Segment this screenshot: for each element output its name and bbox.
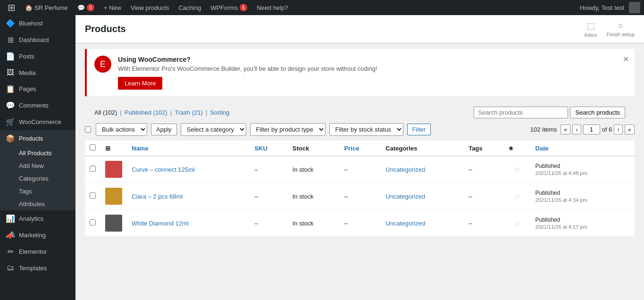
first-page-button[interactable]: «	[560, 125, 570, 134]
sidebar-sub-categories[interactable]: Categories	[0, 172, 75, 185]
caching-link[interactable]: Caching	[175, 0, 205, 15]
filter-tab-published[interactable]: Published (102)	[125, 109, 167, 116]
filter-tab-sorting[interactable]: Sorting	[210, 109, 229, 116]
th-tags: Tags	[464, 141, 503, 156]
th-name[interactable]: Name	[127, 141, 250, 156]
search-input[interactable]	[474, 107, 568, 118]
prev-page-button[interactable]: ‹	[572, 125, 581, 134]
learn-more-button[interactable]: Learn More	[118, 77, 162, 90]
pagination: « ‹ of 6 › »	[560, 125, 635, 134]
sidebar-item-dashboard[interactable]: ⊞ Dashboard	[0, 32, 75, 48]
home-icon: 🏠	[25, 4, 33, 11]
page-number-input[interactable]	[583, 125, 600, 134]
caching-label: Caching	[178, 4, 201, 11]
comments-link[interactable]: 💬 0	[74, 0, 98, 15]
table-row: Curve – connect 125ml – In stock – Uncat…	[85, 156, 635, 183]
table-row: Ciara – 2 pcs 68ml – In stock – Uncatego…	[85, 183, 635, 210]
sidebar-item-woocommerce[interactable]: 🛒 WooCommerce	[0, 114, 75, 130]
sidebar-item-label: Marketing	[19, 232, 46, 239]
need-help-link[interactable]: Need help?	[253, 0, 292, 15]
sidebar-sub-tags[interactable]: Tags	[0, 185, 75, 198]
bulk-actions-select[interactable]: Bulk actions	[96, 123, 147, 136]
product-stock: In stock	[288, 210, 340, 237]
product-categories[interactable]: Uncategorized	[381, 210, 464, 237]
sidebar-sub-add-new[interactable]: Add New	[0, 159, 75, 172]
sidebar-item-label: Elementor	[19, 248, 47, 255]
page-header: Products ⬚ Inbox ○ Finish setup	[75, 15, 644, 43]
th-stock: Stock	[288, 141, 340, 156]
finish-setup-action[interactable]: ○ Finish setup	[607, 21, 635, 37]
wpforms-link[interactable]: WPForms 5	[207, 0, 251, 15]
inbox-action[interactable]: ⬚ Inbox	[585, 21, 597, 38]
sidebar-item-templates[interactable]: 🗂 Templates	[0, 260, 75, 276]
th-sku[interactable]: SKU	[250, 141, 287, 156]
th-price[interactable]: Price	[340, 141, 381, 156]
sidebar-sub-all-products[interactable]: All Products	[0, 147, 75, 159]
promo-close-button[interactable]: ✕	[623, 55, 629, 64]
posts-icon: 📄	[6, 52, 15, 61]
sidebar-item-marketing[interactable]: 📣 Marketing	[0, 227, 75, 243]
last-page-button[interactable]: »	[625, 125, 635, 134]
product-name-link[interactable]: Ciara – 2 pcs 68ml	[132, 193, 183, 200]
filter-button[interactable]: Filter	[407, 124, 431, 135]
product-thumbnail	[105, 188, 122, 205]
promo-text: With Elementor Pro's WooCommerce Builder…	[118, 65, 627, 72]
category-select[interactable]: Select a category	[181, 123, 246, 136]
marketing-icon: 📣	[6, 231, 15, 240]
product-stock: In stock	[288, 183, 340, 210]
items-count: 102 items	[530, 126, 557, 133]
comments-badge: 0	[87, 4, 94, 11]
promo-icon: E	[94, 56, 111, 73]
row-checkbox[interactable]	[90, 166, 96, 172]
product-categories[interactable]: Uncategorized	[381, 183, 464, 210]
page-title: Products	[85, 24, 126, 34]
dashboard-icon: ⊞	[6, 35, 15, 44]
top-bar: All (102) | Published (102) | Trash (21)…	[85, 102, 635, 123]
product-categories[interactable]: Uncategorized	[381, 156, 464, 183]
featured-star-icon[interactable]: ☆	[514, 166, 520, 174]
sidebar-item-media[interactable]: 🖼 Media	[0, 65, 75, 81]
row-checkbox[interactable]	[90, 192, 96, 199]
product-name-link[interactable]: Curve – connect 125ml	[132, 166, 195, 173]
th-featured: ★	[503, 141, 531, 156]
sidebar-item-label: Analytics	[19, 215, 43, 222]
media-icon: 🖼	[6, 68, 15, 77]
sidebar-item-bluehost[interactable]: 🔷 Bluehost	[0, 15, 75, 32]
product-tags: –	[464, 210, 503, 237]
filter-tab-all[interactable]: All (102)	[94, 109, 117, 116]
sidebar-item-comments[interactable]: 💬 Comments	[0, 97, 75, 114]
product-thumbnail	[105, 215, 122, 232]
product-date: Published 2021/11/26 at 4:17 pm	[531, 210, 635, 237]
select-all-checkbox[interactable]	[85, 126, 91, 133]
need-help-label: Need help?	[257, 4, 288, 11]
user-avatar[interactable]	[629, 2, 640, 13]
search-button[interactable]: Search products	[570, 107, 625, 118]
site-name-link[interactable]: 🏠 SR Perfume	[21, 0, 72, 15]
row-checkbox[interactable]	[90, 219, 96, 225]
product-date: Published 2021/11/26 at 4:48 pm	[531, 156, 635, 183]
sidebar-item-posts[interactable]: 📄 Posts	[0, 48, 75, 65]
sidebar-sub-attributes[interactable]: Attributes	[0, 198, 75, 210]
product-name-link[interactable]: White Diamond 12ml	[132, 220, 189, 227]
thead-select-all[interactable]	[90, 144, 96, 150]
sidebar-item-analytics[interactable]: 📊 Analytics	[0, 210, 75, 227]
product-type-select[interactable]: Filter by product type	[250, 123, 326, 136]
wp-logo-link[interactable]: ⊞	[4, 0, 19, 15]
product-date: Published 2021/11/26 at 4:34 pm	[531, 183, 635, 210]
wpforms-label: WPForms	[210, 4, 238, 11]
sidebar-item-products[interactable]: 📦 Products	[0, 130, 75, 147]
stock-status-select[interactable]: Filter by stock status	[329, 123, 403, 136]
filter-tab-trash[interactable]: Trash (21)	[175, 109, 202, 116]
new-link[interactable]: + New	[100, 0, 125, 15]
sidebar-item-elementor[interactable]: ✏ Elementor	[0, 243, 75, 260]
inbox-icon: ⬚	[587, 21, 595, 31]
view-products-link[interactable]: View products	[127, 0, 173, 15]
next-page-button[interactable]: ›	[614, 125, 622, 134]
th-date[interactable]: Date	[531, 141, 635, 156]
sidebar-item-pages[interactable]: 📋 Pages	[0, 81, 75, 97]
featured-star-icon[interactable]: ☆	[514, 219, 520, 227]
products-table: ⊞ Name SKU Stock Price Categories Tags ★…	[85, 141, 635, 237]
apply-button[interactable]: Apply	[151, 124, 177, 135]
sidebar-item-label: WooCommerce	[19, 118, 61, 125]
featured-star-icon[interactable]: ☆	[514, 192, 520, 200]
